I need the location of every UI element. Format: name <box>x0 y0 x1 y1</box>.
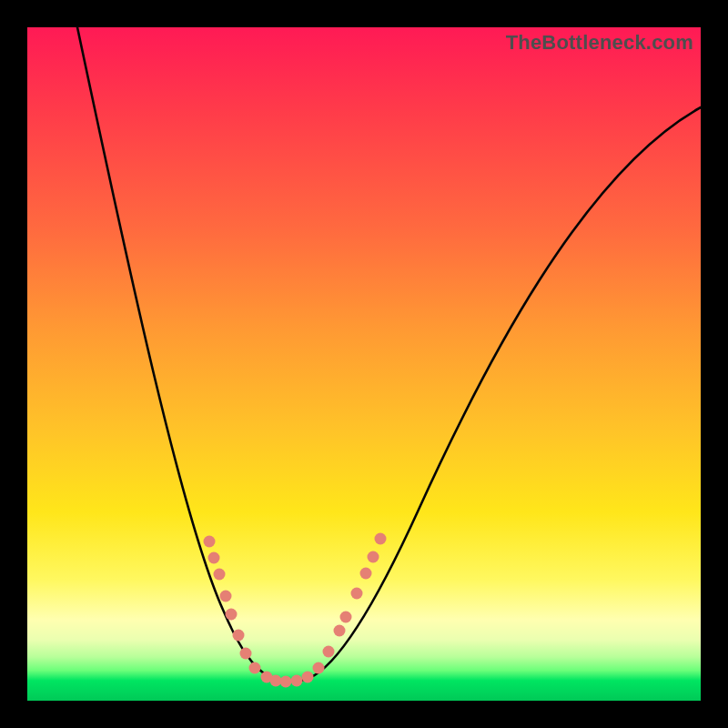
data-marker <box>323 646 335 658</box>
data-marker <box>270 675 282 687</box>
data-marker <box>208 552 220 564</box>
data-marker <box>313 662 325 674</box>
data-marker <box>240 648 252 660</box>
data-marker <box>214 569 226 581</box>
data-marker <box>340 612 352 623</box>
data-marker <box>220 591 232 602</box>
bottleneck-curve <box>77 27 701 682</box>
data-marker <box>351 588 363 600</box>
data-markers <box>204 533 387 688</box>
data-marker <box>226 609 238 621</box>
bottleneck-curve-svg <box>27 27 701 701</box>
data-marker <box>280 676 292 688</box>
data-marker <box>291 675 303 687</box>
plot-area: TheBottleneck.com <box>27 27 701 701</box>
data-marker <box>233 630 245 642</box>
chart-frame: TheBottleneck.com <box>0 0 728 728</box>
data-marker <box>375 533 387 545</box>
data-marker <box>302 672 314 683</box>
data-marker <box>360 568 372 580</box>
data-marker <box>249 662 261 674</box>
data-marker <box>204 536 216 548</box>
data-marker <box>334 625 346 637</box>
data-marker <box>368 551 379 563</box>
